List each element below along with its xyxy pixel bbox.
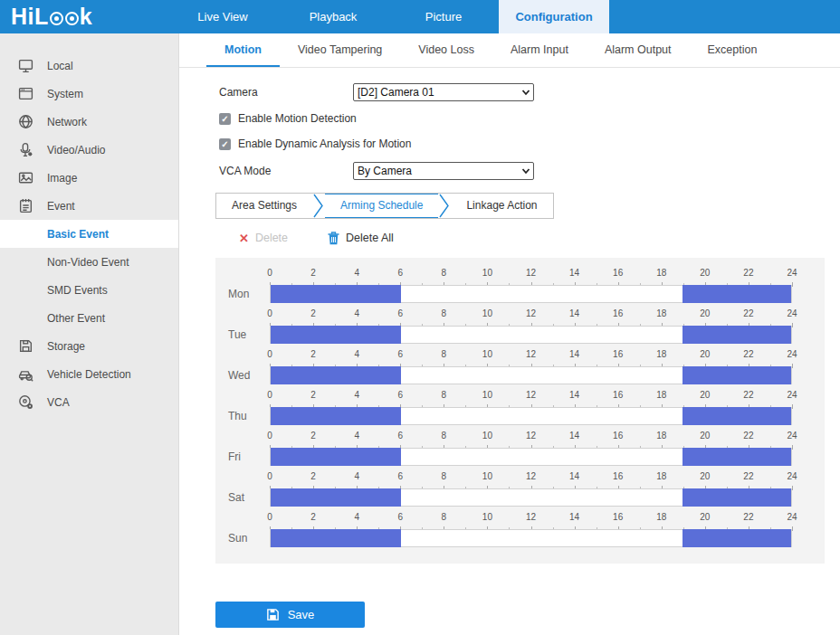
delete-all-label: Delete All — [346, 232, 394, 244]
sidebar-item-smd-events[interactable]: SMD Events — [0, 276, 178, 304]
tick-mark — [792, 526, 793, 531]
subtab-area-settings[interactable]: Area Settings — [216, 194, 312, 218]
schedule-track[interactable] — [270, 366, 792, 384]
hour-label: 8 — [442, 308, 447, 318]
tab-video-tampering[interactable]: Video Tampering — [280, 33, 400, 67]
tick-mark — [792, 445, 793, 450]
hour-label: 0 — [267, 431, 272, 441]
hour-label: 22 — [743, 349, 753, 359]
schedule-segment[interactable] — [682, 448, 791, 466]
schedule-segment[interactable] — [271, 488, 401, 507]
vca-mode-select[interactable]: By Camera — [353, 162, 534, 180]
sidebar-item-video-audio[interactable]: Video/Audio — [0, 136, 178, 164]
schedule-track[interactable] — [270, 326, 792, 344]
nav-picture[interactable]: Picture — [388, 0, 499, 33]
settings-subtabs: Area Settings Arming Schedule Linkage Ac… — [215, 193, 554, 219]
nav-live-view[interactable]: Live View — [167, 0, 278, 33]
sidebar-item-network[interactable]: Network — [0, 108, 178, 136]
schedule-track[interactable] — [270, 529, 792, 547]
tick-mark — [792, 486, 793, 490]
nav-playback[interactable]: Playback — [278, 0, 388, 33]
enable-motion-detection-checkbox[interactable]: ✓ Enable Motion Detection — [219, 111, 840, 126]
schedule-segment[interactable] — [682, 285, 791, 303]
schedule-segment[interactable] — [682, 366, 791, 384]
hour-label: 14 — [569, 431, 579, 441]
hour-label: 6 — [397, 390, 403, 400]
top-bar: HiLk Live View Playback Picture Configur… — [0, 0, 840, 33]
tab-exception[interactable]: Exception — [690, 33, 776, 67]
hour-label: 6 — [397, 268, 403, 278]
sidebar-item-label: SMD Events — [47, 284, 108, 297]
sidebar-item-local[interactable]: Local — [0, 52, 178, 80]
schedule-segment[interactable] — [682, 326, 791, 344]
schedule-segment[interactable] — [682, 529, 791, 547]
sidebar-item-label: Local — [47, 60, 73, 72]
schedule-row: Sun024681012141618202224 — [215, 510, 825, 551]
main-content: Motion Video Tampering Video Loss Alarm … — [179, 33, 840, 635]
camera-select[interactable]: [D2] Camera 01 — [353, 83, 534, 101]
hilook-logo: HiLk — [0, 0, 167, 33]
schedule-track[interactable] — [270, 448, 792, 466]
tab-motion[interactable]: Motion — [206, 33, 280, 67]
subtab-linkage-action[interactable]: Linkage Action — [451, 194, 552, 218]
sidebar-item-event[interactable]: Event — [0, 192, 178, 220]
schedule-segment[interactable] — [271, 529, 401, 547]
schedule-segment[interactable] — [271, 326, 401, 344]
sidebar-item-vca[interactable]: VCA — [0, 388, 178, 416]
sidebar-item-label: Vehicle Detection — [47, 368, 131, 381]
schedule-panel: Mon024681012141618202224Tue0246810121416… — [215, 258, 825, 564]
sidebar-item-label: VCA — [47, 396, 70, 409]
schedule-track[interactable] — [270, 285, 792, 303]
hour-label: 24 — [787, 431, 797, 441]
hour-label: 8 — [442, 268, 447, 278]
tab-alarm-input[interactable]: Alarm Input — [492, 33, 587, 67]
enable-dynamic-analysis-checkbox[interactable]: ✓ Enable Dynamic Analysis for Motion — [219, 137, 840, 151]
subtab-arming-schedule[interactable]: Arming Schedule — [325, 194, 438, 218]
day-label: Sun — [228, 532, 264, 545]
chevron-right-icon — [312, 194, 325, 218]
schedule-segment[interactable] — [271, 366, 401, 384]
schedule-segment[interactable] — [682, 488, 791, 507]
schedule-segment[interactable] — [271, 285, 401, 303]
delete-button[interactable]: ✕ Delete — [239, 232, 288, 244]
sidebar-item-image[interactable]: Image — [0, 164, 178, 192]
sidebar-item-vehicle-detection[interactable]: Vehicle Detection — [0, 360, 178, 388]
sidebar-item-storage[interactable]: Storage — [0, 332, 178, 360]
hour-label: 22 — [743, 308, 753, 318]
hour-label: 10 — [482, 349, 492, 359]
nav-configuration[interactable]: Configuration — [499, 0, 609, 33]
sidebar-item-other-event[interactable]: Other Event — [0, 304, 178, 332]
hour-label: 10 — [482, 390, 492, 400]
vca-mode-label: VCA Mode — [219, 165, 353, 177]
hour-label: 20 — [700, 390, 710, 400]
hour-label: 10 — [482, 512, 492, 522]
enable-motion-detection-label: Enable Motion Detection — [238, 112, 357, 125]
sidebar: Local System Network Video/Audio Image E… — [0, 33, 179, 635]
tick-mark — [792, 404, 793, 409]
hour-label: 14 — [569, 512, 579, 522]
checkbox-checked-icon: ✓ — [219, 113, 231, 125]
sidebar-item-non-video-event[interactable]: Non-Video Event — [0, 248, 178, 276]
delete-all-button[interactable]: Delete All — [328, 232, 394, 245]
hour-label: 18 — [656, 308, 666, 318]
schedule-track[interactable] — [270, 488, 792, 507]
sidebar-item-basic-event[interactable]: Basic Event — [0, 220, 178, 248]
hour-axis: 024681012141618202224 — [270, 349, 792, 360]
tab-alarm-output[interactable]: Alarm Output — [587, 33, 690, 67]
hour-label: 2 — [310, 390, 316, 400]
delete-x-icon: ✕ — [239, 232, 249, 244]
hour-label: 20 — [700, 268, 710, 278]
sidebar-item-system[interactable]: System — [0, 80, 178, 108]
schedule-segment[interactable] — [271, 407, 401, 425]
schedule-segment[interactable] — [682, 407, 791, 425]
hour-label: 22 — [743, 471, 753, 481]
hour-label: 14 — [569, 308, 579, 318]
globe-icon — [18, 114, 33, 129]
sidebar-item-label: Non-Video Event — [47, 256, 129, 269]
logo-o-icon — [65, 12, 79, 25]
schedule-row: Sat024681012141618202224 — [215, 469, 825, 510]
schedule-segment[interactable] — [271, 448, 401, 466]
tab-video-loss[interactable]: Video Loss — [400, 33, 492, 67]
schedule-track[interactable] — [270, 407, 792, 425]
save-button[interactable]: Save — [215, 602, 365, 628]
